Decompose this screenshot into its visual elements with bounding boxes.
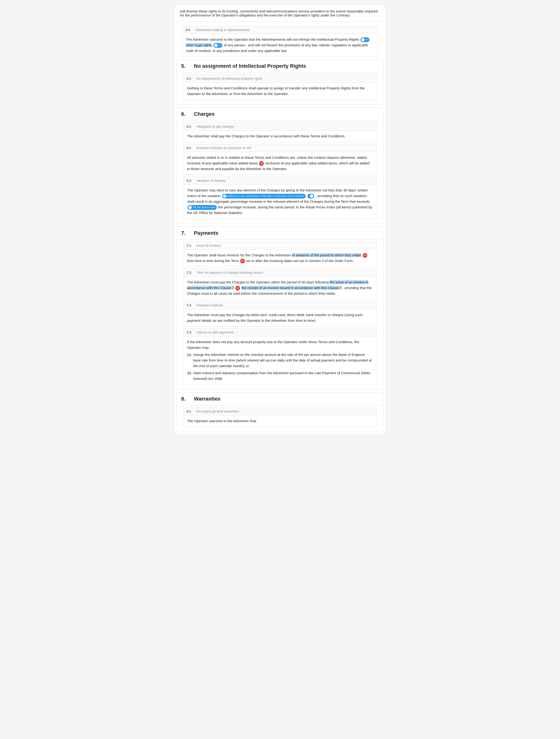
toggle-label-1: or xyxy=(366,38,368,42)
clause-7-1-title: Issue of invoices xyxy=(196,244,221,248)
section-5: 5. No assignment of Intellectual Propert… xyxy=(176,59,384,105)
clause-6-3-body: The Operator may elect to vary any eleme… xyxy=(183,185,377,218)
clause-5-1-body: Nothing in these Terms and Conditions sh… xyxy=(183,83,377,100)
section-7-clauses: 7.1 Issue of invoices The Operator shall… xyxy=(176,242,384,389)
clause-6-3-number: 6.3 xyxy=(186,179,193,182)
toggle-6-3-b[interactable] xyxy=(307,194,314,198)
clause-7-2-number: 7.2 xyxy=(186,271,193,275)
clause-5-1-number: 5.1 xyxy=(186,77,193,81)
section-5-clauses: 5.1 No assignments of intellectual prope… xyxy=(176,75,384,105)
clause-6-1-body: The Advertiser shall pay the Charges to … xyxy=(183,131,377,142)
clause-8-1-header: 8.1 First party general warranties xyxy=(183,408,377,415)
toggle-knob-6-3-b xyxy=(310,194,313,198)
section-6-title: Charges xyxy=(194,111,215,117)
clause-8-1-text: The Operator warrants to the Advertiser … xyxy=(187,419,257,423)
section-8-clauses: 8.1 First party general warranties The O… xyxy=(176,407,384,432)
clause-8-1: 8.1 First party general warranties The O… xyxy=(183,407,377,427)
clause-5-1-text: Nothing in these Terms and Conditions sh… xyxy=(187,86,365,96)
document-page: sub-license these rights to its hosting,… xyxy=(174,5,386,435)
or-badge-7-1[interactable]: or xyxy=(363,253,367,258)
clause-7-4-title: Interest on late payments xyxy=(196,330,234,334)
toggle-6-3-a[interactable]: expiring on any anniversary of the date … xyxy=(222,194,306,198)
toggle-label-2: or xyxy=(219,43,221,47)
toggle-or-2[interactable]: or xyxy=(214,43,222,48)
clause-7-2-header: 7.2 Time for payment of charges followin… xyxy=(183,269,377,277)
section-6-header: 6. Charges xyxy=(176,108,384,121)
section-7: 7. Payments 7.1 Issue of invoices The Op… xyxy=(176,227,384,390)
clause-7-4-label-b: (b) xyxy=(187,370,193,382)
clause-7-1-number: 7.1 xyxy=(186,244,193,248)
section-4-5-wrapper: 4.5 Warranties relating to advertisement… xyxy=(174,22,386,57)
section-6: 6. Charges 6.1 Obligation to pay charges… xyxy=(176,108,384,224)
clause-7-1-text3: on or after the invoicing dates set out … xyxy=(246,259,354,263)
clause-6-2-title: Amounts inclusive or exclusive of VAT xyxy=(196,146,252,150)
section-8-title: Warranties xyxy=(194,396,221,402)
clause-7-3-number: 7.3 xyxy=(186,303,193,307)
clause-7-2-highlight2: the receipt of an invoice issued in acco… xyxy=(242,286,342,290)
clause-4-5: 4.5 Warranties relating to advertisement… xyxy=(182,26,378,57)
clause-7-4-item-a: (a) charge the Advertiser interest on th… xyxy=(187,352,373,369)
clause-6-2: 6.2 Amounts inclusive or exclusive of VA… xyxy=(183,144,377,175)
clause-6-3: 6.3 Variation of charges The Operator ma… xyxy=(183,177,377,219)
or-badge-7-2[interactable]: or xyxy=(235,286,240,290)
clause-6-1-number: 6.1 xyxy=(186,125,193,128)
clause-7-4-text-b: claim interest and statutory compensatio… xyxy=(193,370,373,382)
clause-7-3: 7.3 Payment methods The Advertiser must … xyxy=(183,301,377,326)
clause-4-5-text4: , and will not breach the provisions of … xyxy=(186,43,368,53)
clause-6-1-title: Obligation to pay charges xyxy=(196,125,234,128)
clause-7-1-highlight: in advance of the period to which they r… xyxy=(292,253,361,257)
clause-7-4-number: 7.4 xyxy=(186,330,193,334)
section-7-header: 7. Payments xyxy=(176,227,384,240)
section-5-number: 5. xyxy=(181,63,190,69)
clause-7-2: 7.2 Time for payment of charges followin… xyxy=(183,269,377,299)
clause-4-5-title: Warranties relating to advertisements xyxy=(195,28,250,32)
clause-7-4: 7.4 Interest on late payments If the Adv… xyxy=(183,328,377,385)
clause-4-5-header: 4.5 Warranties relating to advertisement… xyxy=(182,26,378,34)
clause-5-1: 5.1 No assignments of intellectual prope… xyxy=(183,75,377,100)
clause-6-1-header: 6.1 Obligation to pay charges xyxy=(183,123,377,131)
clause-7-4-text1: If the Advertiser does not pay any amoun… xyxy=(187,339,373,350)
clause-6-1: 6.1 Obligation to pay charges The Advert… xyxy=(183,123,377,142)
toggle-6-3-c[interactable]: 2% per annum over xyxy=(187,205,217,210)
top-section: sub-license these rights to its hosting,… xyxy=(174,5,386,22)
clause-5-1-header: 5.1 No assignments of intellectual prope… xyxy=(183,75,377,83)
or-badge-6-2[interactable]: or xyxy=(259,161,264,166)
clause-7-3-text: The Advertiser must pay the Charges by d… xyxy=(187,313,362,322)
section-5-header: 5. No assignment of Intellectual Propert… xyxy=(176,60,384,73)
clause-7-4-text-a: charge the Advertiser interest on the ov… xyxy=(193,352,373,369)
clause-4-5-text1: The Advertiser warrants to the Operator … xyxy=(186,37,359,41)
toggle-knob-6-3-c xyxy=(188,206,192,209)
clause-7-1-from: from xyxy=(187,259,195,263)
clause-7-1: 7.1 Issue of invoices The Operator shall… xyxy=(183,242,377,267)
clause-7-2-text1: The Advertiser must pay the Charges to t… xyxy=(187,280,329,284)
clause-7-3-header: 7.3 Payment methods xyxy=(183,302,377,309)
clause-7-1-text1: The Operator shall issue invoices for th… xyxy=(187,253,291,257)
clause-7-4-label-a: (a) xyxy=(187,352,193,369)
clause-7-3-title: Payment methods xyxy=(196,303,223,307)
section-8: 8. Warranties 8.1 First party general wa… xyxy=(176,392,384,432)
section-7-title: Payments xyxy=(194,230,218,236)
or-badge-7-1-b[interactable]: or xyxy=(240,259,245,263)
clause-7-4-header: 7.4 Interest on late payments xyxy=(183,329,377,336)
toggle-knob-2 xyxy=(215,44,218,47)
clause-6-3-header: 6.3 Variation of charges xyxy=(183,177,377,185)
clause-7-2-body: The Advertiser must pay the Charges to t… xyxy=(183,277,377,299)
clause-6-2-body: All amounts stated in or in relation to … xyxy=(183,152,377,174)
clause-6-2-number: 6.2 xyxy=(186,146,193,150)
clause-7-4-item-b: (b) claim interest and statutory compens… xyxy=(187,370,373,382)
section-8-header: 8. Warranties xyxy=(176,393,384,406)
toggle-knob-6-3-a xyxy=(223,194,226,198)
clause-8-1-title: First party general warranties xyxy=(196,410,239,413)
clause-5-1-title: No assignments of intellectual property … xyxy=(196,77,262,81)
clause-7-3-body: The Advertiser must pay the Charges by d… xyxy=(183,309,377,326)
clause-7-1-header: 7.1 Issue of invoices xyxy=(183,242,377,250)
clause-4-5-body: The Advertiser warrants to the Operator … xyxy=(182,34,378,56)
clause-6-1-text: The Advertiser shall pay the Charges to … xyxy=(187,134,345,138)
toggle-label-6-3-c: 2% per annum over xyxy=(193,205,215,209)
toggle-label-6-3-a: expiring on any anniversary of the date … xyxy=(227,194,304,198)
clause-6-2-header: 6.2 Amounts inclusive or exclusive of VA… xyxy=(183,144,377,152)
toggle-or-1[interactable]: or xyxy=(361,37,370,42)
section-6-clauses: 6.1 Obligation to pay charges The Advert… xyxy=(176,123,384,224)
clause-4-5-text3: of any person xyxy=(224,43,245,47)
clause-8-1-body: The Operator warrants to the Advertiser … xyxy=(183,415,377,427)
